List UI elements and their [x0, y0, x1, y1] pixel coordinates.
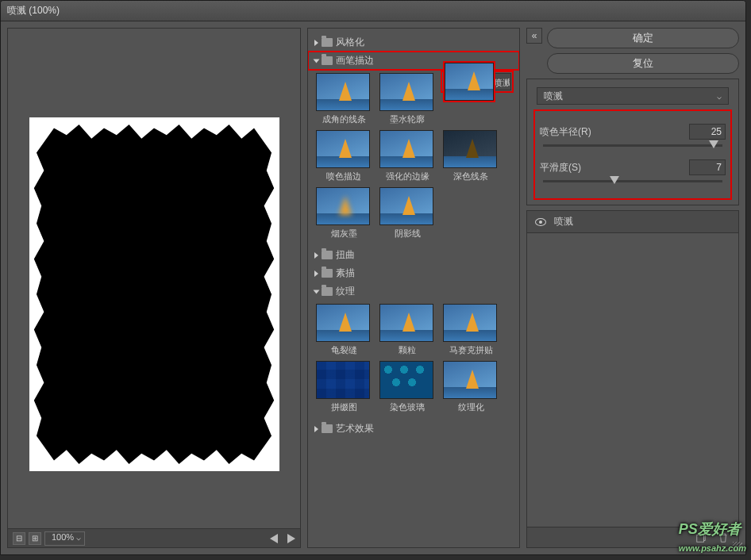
expand-icon	[314, 270, 318, 277]
filter-thumb-ink[interactable]: 墨水轮廓	[379, 73, 435, 125]
thumb-label: 颗粒	[379, 344, 435, 356]
filter-thumb-sumie[interactable]: 烟灰墨	[316, 187, 372, 240]
thumb-label: 马赛克拼贴	[443, 344, 499, 356]
expand-icon	[314, 252, 318, 259]
thumb-image	[316, 187, 370, 225]
titlebar[interactable]: 喷溅 (100%)	[1, 1, 745, 21]
filter-thumb-stained[interactable]: 染色玻璃	[379, 361, 435, 413]
zoom-out-button[interactable]: ⊟	[13, 532, 25, 545]
body: ⊟ ⊞ 100% ⌵ 风格化	[1, 21, 745, 554]
svg-rect-0	[697, 535, 704, 542]
category-distort[interactable]: 扭曲	[308, 246, 519, 264]
chevron-down-icon: ⌵	[717, 92, 722, 101]
effect-layers-box: 喷溅	[526, 210, 739, 548]
preview-image	[29, 117, 279, 471]
resize-grip[interactable]	[733, 542, 742, 551]
thumb-image	[316, 361, 370, 399]
filter-thumb-grain[interactable]: 颗粒	[379, 304, 435, 356]
filter-thumb-spatter[interactable]: 喷溅	[443, 73, 511, 90]
nav-prev-button[interactable]	[270, 534, 278, 543]
new-layer-icon[interactable]	[695, 532, 707, 543]
thumb-label: 喷色描边	[316, 171, 372, 182]
filter-select-value: 喷溅	[544, 90, 563, 103]
preview-panel: ⊟ ⊞ 100% ⌵	[7, 28, 301, 548]
thumb-image	[379, 304, 433, 342]
slider-thumb[interactable]	[610, 176, 619, 184]
category-label: 扭曲	[336, 248, 355, 262]
filter-thumb-dark[interactable]: 深色线条	[443, 130, 499, 182]
layers-footer	[527, 527, 738, 547]
thumb-label: 阴影线	[379, 228, 435, 240]
category-label: 画笔描边	[336, 54, 374, 67]
smooth-slider[interactable]	[543, 180, 722, 182]
button-row: « 确定 复位	[526, 28, 739, 74]
zoom-bar: ⊟ ⊞ 100% ⌵	[8, 528, 300, 547]
eye-icon[interactable]	[535, 218, 546, 226]
slider-thumb[interactable]	[709, 140, 718, 148]
nav-next-button[interactable]	[287, 534, 295, 543]
thumb-label: 强化的边缘	[379, 171, 435, 182]
preview-viewport[interactable]	[8, 29, 300, 528]
filter-thumb-crosshatch[interactable]: 阴影线	[379, 187, 435, 240]
thumb-image	[379, 130, 433, 168]
filter-tree-panel: 风格化 画笔描边 成角的线条 墨水轮廓 喷溅 喷色描边 强化的边缘 深色线条 烟…	[307, 28, 520, 548]
radius-input[interactable]	[689, 124, 726, 140]
filter-thumb-texturizer[interactable]: 纹理化	[443, 361, 499, 413]
thumb-image	[379, 187, 433, 225]
folder-icon	[322, 251, 333, 259]
reset-button[interactable]: 复位	[547, 53, 739, 74]
parameters-box: 喷溅 ⌵ 喷色半径(R)	[526, 79, 739, 205]
thumb-image	[379, 73, 433, 111]
category-artistic[interactable]: 艺术效果	[308, 420, 519, 438]
folder-icon	[322, 56, 333, 65]
category-stylize[interactable]: 风格化	[308, 33, 519, 52]
filter-thumb-patchwork[interactable]: 拼缀图	[316, 361, 372, 413]
category-sketch[interactable]: 素描	[308, 264, 519, 282]
folder-icon	[322, 38, 333, 47]
thumb-label: 喷溅	[494, 77, 510, 89]
thumb-image	[443, 304, 497, 342]
trash-icon[interactable]	[718, 532, 729, 543]
effect-layer-item[interactable]: 喷溅	[527, 211, 738, 233]
folder-icon	[322, 424, 333, 433]
filter-thumb-craquelure[interactable]: 龟裂缝	[316, 304, 372, 356]
smooth-row: 平滑度(S)	[540, 159, 726, 182]
thumb-label: 拼缀图	[316, 401, 372, 413]
folder-icon	[322, 269, 333, 278]
radius-slider[interactable]	[543, 144, 722, 147]
expand-icon	[314, 40, 318, 46]
filter-select[interactable]: 喷溅 ⌵	[537, 87, 729, 105]
thumb-image	[443, 361, 497, 399]
layer-label: 喷溅	[554, 215, 573, 228]
thumb-label: 烟灰墨	[316, 228, 372, 240]
zoom-value: 100%	[52, 532, 74, 542]
filter-thumb-sprayed[interactable]: 喷色描边	[316, 130, 372, 182]
thumb-image	[316, 130, 370, 168]
thumb-image	[443, 130, 497, 168]
filter-thumb-angled[interactable]: 成角的线条	[316, 73, 372, 125]
collapse-icon[interactable]: «	[526, 28, 542, 44]
brush-thumbs: 成角的线条 墨水轮廓 喷溅 喷色描边 强化的边缘 深色线条 烟灰墨 阴影线	[308, 70, 519, 246]
radius-row: 喷色半径(R)	[540, 124, 726, 147]
filter-tree: 风格化 画笔描边 成角的线条 墨水轮廓 喷溅 喷色描边 强化的边缘 深色线条 烟…	[308, 29, 519, 443]
thumb-image	[316, 304, 370, 342]
folder-icon	[322, 287, 333, 296]
zoom-select[interactable]: 100% ⌵	[44, 531, 85, 546]
expand-icon	[314, 290, 320, 293]
filter-thumb-mosaic[interactable]: 马赛克拼贴	[443, 304, 499, 356]
chevron-down-icon: ⌵	[76, 533, 81, 542]
right-panel: « 确定 复位 喷溅 ⌵ 喷色半径(R)	[526, 28, 739, 548]
filter-gallery-window: 喷溅 (100%) ⊟ ⊞ 100% ⌵	[0, 0, 746, 555]
radius-label: 喷色半径(R)	[540, 125, 591, 139]
thumb-label: 纹理化	[443, 401, 499, 413]
filter-thumb-accented[interactable]: 强化的边缘	[379, 130, 435, 182]
ok-button[interactable]: 确定	[547, 28, 739, 48]
thumb-label: 染色玻璃	[379, 401, 435, 413]
texture-thumbs: 龟裂缝 颗粒 马赛克拼贴 拼缀图 染色玻璃 纹理化	[308, 301, 519, 420]
zoom-in-button[interactable]: ⊞	[29, 532, 41, 545]
thumb-image	[445, 63, 494, 101]
smooth-input[interactable]	[689, 159, 726, 175]
category-label: 素描	[336, 267, 355, 280]
thumb-image	[379, 361, 433, 399]
category-texture[interactable]: 纹理	[308, 282, 519, 301]
